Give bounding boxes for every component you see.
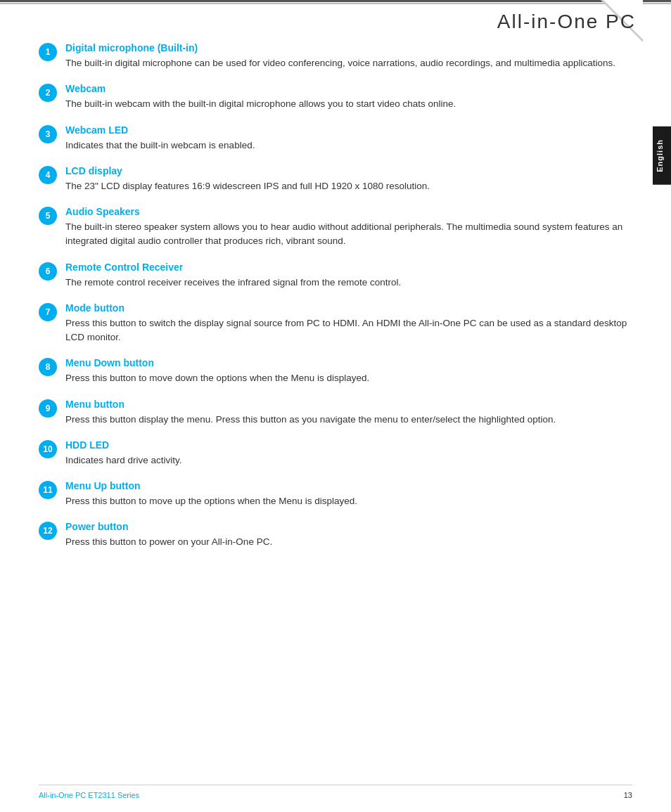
item-desc-7: Press this button to switch the display … (65, 316, 632, 345)
item-title-8: Menu Down button (65, 357, 632, 368)
item-content-11: Menu Up buttonPress this button to move … (65, 480, 632, 508)
item-content-6: Remote Control ReceiverThe remote contro… (65, 262, 632, 290)
item-desc-8: Press this button to move down the optio… (65, 371, 632, 385)
item-badge-4: 4 (39, 166, 57, 184)
item-badge-9: 9 (39, 399, 57, 418)
item-content-2: WebcamThe built-in webcam with the built… (65, 83, 632, 111)
item-content-12: Power buttonPress this button to power o… (65, 521, 632, 549)
list-item: 6Remote Control ReceiverThe remote contr… (39, 262, 632, 290)
item-badge-7: 7 (39, 303, 57, 321)
item-content-10: HDD LEDIndicates hard drive activity. (65, 439, 632, 468)
main-content: 1Digital microphone (Built-in)The built-… (39, 42, 632, 777)
item-badge-8: 8 (39, 358, 57, 376)
list-item: 11Menu Up buttonPress this button to mov… (39, 480, 632, 508)
item-desc-10: Indicates hard drive activity. (65, 453, 632, 468)
item-desc-2: The built-in webcam with the built-in di… (65, 97, 632, 111)
list-item: 9Menu buttonPress this button display th… (39, 399, 632, 427)
item-content-5: Audio SpeakersThe built-in stereo speake… (65, 206, 632, 249)
list-item: 3Webcam LEDIndicates that the built-in w… (39, 124, 632, 153)
item-badge-1: 1 (39, 43, 57, 61)
item-desc-6: The remote control receiver receives the… (65, 276, 632, 290)
item-badge-3: 3 (39, 125, 57, 143)
list-item: 5Audio SpeakersThe built-in stereo speak… (39, 206, 632, 249)
item-badge-6: 6 (39, 262, 57, 281)
footer-page-number: 13 (624, 791, 632, 799)
item-title-3: Webcam LED (65, 124, 632, 136)
item-desc-12: Press this button to power on your All-i… (65, 535, 632, 549)
header: All-in-One PC (497, 11, 636, 33)
item-title-5: Audio Speakers (65, 206, 632, 217)
item-content-1: Digital microphone (Built-in)The built-i… (65, 42, 632, 70)
item-badge-10: 10 (39, 440, 57, 458)
item-title-7: Mode button (65, 302, 632, 314)
item-title-6: Remote Control Receiver (65, 262, 632, 273)
top-decoration (0, 0, 671, 6)
item-badge-12: 12 (39, 522, 57, 540)
item-content-3: Webcam LEDIndicates that the built-in we… (65, 124, 632, 153)
item-title-12: Power button (65, 521, 632, 532)
footer: All-in-One PC ET2311 Series 13 (39, 785, 632, 799)
list-item: 10HDD LEDIndicates hard drive activity. (39, 439, 632, 468)
item-badge-2: 2 (39, 84, 57, 102)
item-content-7: Mode buttonPress this button to switch t… (65, 302, 632, 345)
list-item: 2WebcamThe built-in webcam with the buil… (39, 83, 632, 111)
list-item: 7Mode buttonPress this button to switch … (39, 302, 632, 345)
item-content-9: Menu buttonPress this button display the… (65, 399, 632, 427)
list-item: 1Digital microphone (Built-in)The built-… (39, 42, 632, 70)
item-desc-3: Indicates that the built-in webcam is en… (65, 138, 632, 153)
list-item: 8Menu Down buttonPress this button to mo… (39, 357, 632, 385)
item-desc-11: Press this button to move up the options… (65, 494, 632, 508)
list-item: 4LCD displayThe 23" LCD display features… (39, 165, 632, 193)
item-desc-9: Press this button display the menu. Pres… (65, 413, 632, 427)
language-tab: English (653, 127, 671, 185)
item-title-9: Menu button (65, 399, 632, 410)
item-desc-4: The 23" LCD display features 16:9 widesc… (65, 179, 632, 193)
item-desc-1: The built-in digital microphone can be u… (65, 56, 632, 70)
footer-product: All-in-One PC ET2311 Series (39, 791, 139, 799)
item-title-4: LCD display (65, 165, 632, 176)
item-badge-11: 11 (39, 481, 57, 499)
item-content-4: LCD displayThe 23" LCD display features … (65, 165, 632, 193)
list-item: 12Power buttonPress this button to power… (39, 521, 632, 549)
item-desc-5: The built-in stereo speaker system allow… (65, 220, 632, 249)
item-title-2: Webcam (65, 83, 632, 94)
logo-text: All-in-One PC (497, 11, 636, 32)
item-badge-5: 5 (39, 207, 57, 225)
item-title-1: Digital microphone (Built-in) (65, 42, 632, 53)
item-title-11: Menu Up button (65, 480, 632, 491)
item-title-10: HDD LED (65, 439, 632, 451)
item-content-8: Menu Down buttonPress this button to mov… (65, 357, 632, 385)
